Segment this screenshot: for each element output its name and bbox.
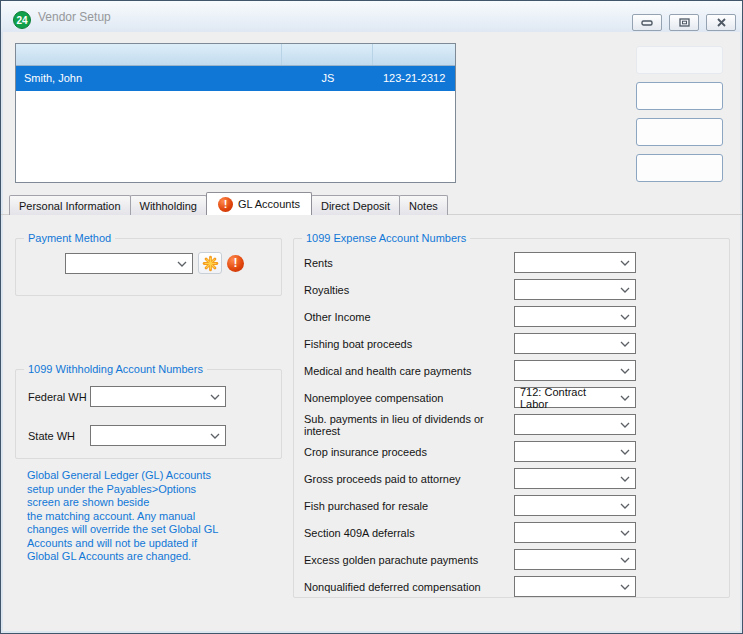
expense-account-combobox[interactable] [514,522,636,543]
tab-personal-information[interactable]: Personal Information [9,195,131,215]
expense-field-row: Fish purchased for resale [304,495,729,516]
expense-account-combobox[interactable] [514,252,636,273]
maximize-icon [679,18,690,27]
expense-field-label: Medical and health care payments [304,365,514,377]
expense-rows: Rents Royalties Other Income [304,252,729,597]
vendor-code-cell: JS [282,66,373,91]
chevron-down-icon [620,368,630,374]
expense-account-combobox[interactable] [514,549,636,570]
withholding-rows: Federal WH State WH [28,386,226,446]
expense-field-label: Gross proceeds paid to attorney [304,473,514,485]
chevron-down-icon [620,287,630,293]
grid-column-header-vendor-code[interactable] [282,44,373,65]
minimize-button[interactable] [632,14,662,31]
tab-gl-accounts[interactable]: ! GL Accounts [206,192,312,215]
expense-field-label: Section 409A deferrals [304,527,514,539]
exit-button[interactable] [636,154,723,182]
expense-field-row: Sub. payments in lieu of dividends or in… [304,414,729,435]
window-controls [632,14,736,31]
withholding-accounts-group: 1099 Withholding Account Numbers Federal… [15,369,282,459]
expense-account-value: 712: Contract Labor [520,386,617,410]
tab-label: Direct Deposit [321,200,390,212]
tab-label: Withholding [140,200,197,212]
withholding-field-label: Federal WH [28,391,90,403]
expense-field-row: Nonqualified deferred compensation [304,576,729,597]
payment-method-combobox[interactable] [65,253,193,274]
expense-account-combobox[interactable] [514,414,636,435]
tab-label: Personal Information [19,200,121,212]
chevron-down-icon [620,449,630,455]
reset-button[interactable] [636,82,723,110]
close-button[interactable] [706,14,736,31]
tab-direct-deposit[interactable]: Direct Deposit [311,195,400,215]
withholding-field-row: State WH [28,425,226,446]
tab-withholding[interactable]: Withholding [130,195,207,215]
chevron-down-icon [620,314,630,320]
expense-account-combobox[interactable] [514,333,636,354]
app-logo-icon: 24 [13,11,31,29]
chevron-down-icon [210,394,220,400]
vendor-row[interactable]: Smith, John JS 123-21-2312 [16,66,455,91]
tab-strip: Personal Information Withholding ! GL Ac… [9,192,447,215]
minimize-icon [641,19,653,27]
expense-account-combobox[interactable] [514,441,636,462]
vendor-grid: Smith, John JS 123-21-2312 [15,43,456,183]
delete-button[interactable] [636,118,723,146]
expense-field-row: Excess golden parachute payments [304,549,729,570]
expense-field-label: Rents [304,257,514,269]
vendor-name-cell: Smith, John [16,66,282,91]
expense-field-label: Nonqualified deferred compensation [304,581,514,593]
expense-account-combobox[interactable] [514,360,636,381]
tab-warning-icon: ! [218,197,233,212]
chevron-down-icon [620,260,630,266]
expense-account-combobox[interactable] [514,279,636,300]
payment-method-group-title: Payment Method [24,232,115,244]
expense-field-label: Excess golden parachute payments [304,554,514,566]
expense-field-label: Nonemployee compensation [304,392,514,404]
tab-notes[interactable]: Notes [399,195,448,215]
expense-accounts-group: 1099 Expense Account Numbers Rents Royal… [293,238,730,598]
expense-account-combobox[interactable] [514,576,636,597]
expense-field-row: Nonemployee compensation 712: Contract L… [304,387,729,408]
expense-field-row: Medical and health care payments [304,360,729,381]
tab-label: GL Accounts [238,198,300,210]
grid-column-header-federal-id[interactable] [373,44,455,65]
chevron-down-icon [620,395,630,401]
expense-field-label: Sub. payments in lieu of dividends or in… [304,413,514,437]
withholding-group-title: 1099 Withholding Account Numbers [24,363,207,375]
withholding-account-combobox[interactable] [90,425,226,446]
expense-field-label: Fishing boat proceeds [304,338,514,350]
expense-field-row: Fishing boat proceeds [304,333,729,354]
grid-header [16,44,455,66]
expense-field-label: Royalties [304,284,514,296]
chevron-down-icon [177,261,187,267]
global-gl-note: Global General Ledger (GL) Accounts setu… [27,469,277,564]
expense-account-combobox[interactable] [514,468,636,489]
maximize-button[interactable] [669,14,699,31]
expense-field-row: Other Income [304,306,729,327]
grid-column-header-name[interactable] [16,44,282,65]
window-title: Vendor Setup [38,10,111,24]
chevron-down-icon [620,503,630,509]
expense-account-combobox[interactable]: 712: Contract Labor [514,387,636,408]
vendor-setup-window: 24 Vendor Setup Smith, John JS 123-21-23… [0,0,743,634]
federal-id-cell: 123-21-2312 [373,66,455,91]
expense-group-title: 1099 Expense Account Numbers [302,232,470,244]
withholding-account-combobox[interactable] [90,386,226,407]
chevron-down-icon [620,341,630,347]
expense-field-row: Royalties [304,279,729,300]
close-icon [716,18,727,27]
chevron-down-icon [620,557,630,563]
tab-label: Notes [409,200,438,212]
expense-account-combobox[interactable] [514,306,636,327]
new-payment-method-button[interactable] [198,252,222,274]
expense-account-combobox[interactable] [514,495,636,516]
chevron-down-icon [620,422,630,428]
expense-field-label: Other Income [304,311,514,323]
expense-field-row: Crop insurance proceeds [304,441,729,462]
expense-field-row: Rents [304,252,729,273]
title-bar[interactable]: 24 Vendor Setup [1,1,742,32]
expense-field-label: Crop insurance proceeds [304,446,514,458]
save-button[interactable] [636,46,723,74]
action-buttons [636,46,723,182]
